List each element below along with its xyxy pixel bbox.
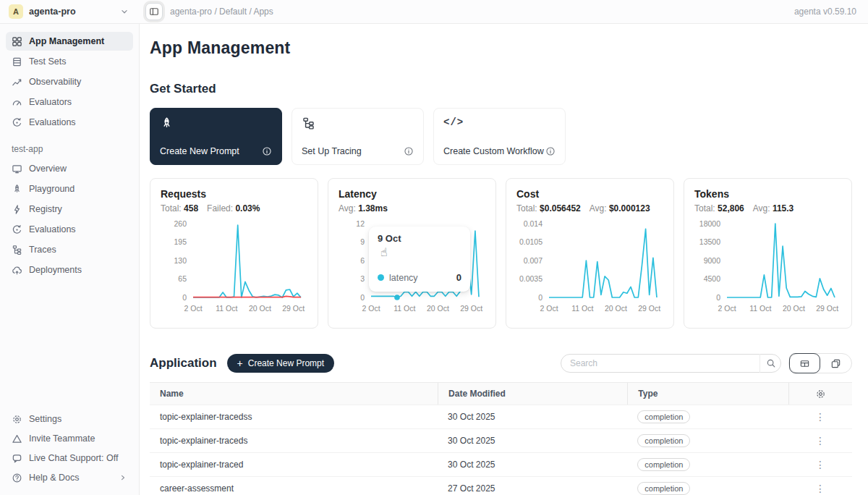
svg-text:11 Oct: 11 Oct	[571, 304, 593, 313]
info-icon[interactable]	[262, 146, 272, 156]
svg-text:11 Oct: 11 Oct	[393, 304, 415, 313]
chart-title: Tokens	[694, 188, 841, 200]
svg-text:20 Oct: 20 Oct	[249, 304, 271, 313]
plus-icon: +	[237, 358, 243, 368]
search-icon[interactable]	[760, 354, 781, 373]
sidebar-item-evaluators[interactable]: Evaluators	[6, 93, 133, 111]
svg-text:20 Oct: 20 Oct	[605, 304, 627, 313]
code-icon: </>	[443, 117, 556, 128]
get-started-title: Get Started	[150, 82, 852, 96]
sidebar-item-label: Evaluations	[29, 117, 76, 127]
column-header-type[interactable]: Type	[627, 383, 788, 405]
svg-text:12: 12	[356, 219, 365, 228]
create-new-prompt-card[interactable]: Create New Prompt	[150, 108, 282, 165]
chart-stats: Total: 52,806 Avg: 115.3	[694, 203, 841, 213]
cost-chart[interactable]: 00.00350.0070.01050.0142 Oct11 Oct20 Oct…	[516, 217, 663, 317]
sidebar-item-overview[interactable]: Overview	[6, 159, 133, 178]
sidebar-item-invite-teammate[interactable]: Invite Teammate	[6, 429, 133, 448]
application-tools	[561, 353, 852, 373]
info-icon[interactable]	[404, 146, 414, 156]
sidebar-item-label: Live Chat Support: Off	[29, 453, 118, 463]
tracing-tree-icon	[302, 117, 414, 130]
svg-text:0.0035: 0.0035	[519, 274, 542, 283]
app-name: topic-explainer-tracedss	[150, 412, 438, 422]
get-started-cards: Create New Prompt Set Up Tracing </> Cre…	[150, 108, 852, 165]
type-badge: completion	[637, 434, 690, 447]
sidebar-item-registry[interactable]: Registry	[6, 200, 133, 219]
row-menu-icon[interactable]: ⋮	[815, 412, 825, 422]
card-view-button[interactable]	[820, 353, 851, 373]
tokens-chart[interactable]: 04500900013500180002 Oct11 Oct20 Oct29 O…	[694, 217, 841, 317]
application-title: Application	[150, 356, 217, 371]
table-rows-icon	[12, 56, 22, 67]
type-badge: completion	[637, 458, 690, 471]
chart-title: Cost	[516, 188, 663, 200]
metrics-cards: Requests Total: 458 Failed: 0.03% 065130…	[150, 178, 852, 329]
svg-text:2 Oct: 2 Oct	[718, 304, 736, 313]
column-header-date-modified[interactable]: Date Modified	[438, 383, 627, 405]
svg-text:130: 130	[174, 256, 187, 265]
chart-title: Requests	[161, 188, 307, 200]
applications-table: Name Date Modified Type topic-explainer-…	[150, 382, 852, 495]
row-menu-icon[interactable]: ⋮	[815, 436, 825, 446]
sidebar-item-label: Evaluators	[29, 97, 72, 107]
sidebar-item-app-evaluations[interactable]: Evaluations	[6, 220, 133, 239]
app-date-modified: 30 Oct 2025	[438, 460, 627, 470]
sidebar-item-live-chat[interactable]: Live Chat Support: Off	[6, 449, 133, 468]
svg-text:18000: 18000	[699, 219, 720, 228]
table-row[interactable]: topic-explainer-tracedss 30 Oct 2025 com…	[150, 405, 852, 428]
sidebar-toggle-button[interactable]	[145, 3, 163, 20]
chart-stats: Total: $0.056452 Avg: $0.000123	[516, 203, 663, 213]
monitor-icon	[12, 164, 22, 174]
row-menu-icon[interactable]: ⋮	[815, 483, 825, 494]
svg-text:0: 0	[360, 293, 365, 302]
sidebar-item-deployments[interactable]: Deployments	[6, 261, 133, 279]
sidebar-item-label: Help & Docs	[29, 473, 79, 483]
create-new-prompt-button[interactable]: + Create New Prompt	[227, 354, 335, 373]
set-up-tracing-card[interactable]: Set Up Tracing	[292, 108, 424, 165]
svg-text:0: 0	[538, 293, 542, 302]
main-content: App Management Get Started Create New Pr…	[140, 24, 868, 495]
sidebar-bottom: Settings Invite Teammate Live Chat Suppo…	[0, 409, 139, 488]
sidebar-item-traces[interactable]: Traces	[6, 240, 133, 259]
svg-text:9000: 9000	[704, 256, 721, 265]
card-label: Create Custom Workflow	[443, 146, 544, 156]
search-input[interactable]	[561, 354, 781, 373]
tree-icon	[12, 245, 22, 255]
table-row[interactable]: career-assessment 27 Oct 2025 completion…	[150, 476, 852, 495]
latency-chart-card: Latency Avg: 1.38ms 0369122 Oct11 Oct20 …	[328, 178, 496, 329]
sidebar-item-observability[interactable]: Observability	[6, 72, 133, 91]
sidebar-item-settings[interactable]: Settings	[6, 410, 133, 428]
sidebar-item-evaluations[interactable]: Evaluations	[6, 113, 133, 132]
page-title: App Management	[150, 38, 852, 58]
svg-text:195: 195	[174, 237, 187, 246]
row-menu-icon[interactable]: ⋮	[815, 460, 825, 470]
sidebar-item-app-management[interactable]: App Management	[6, 32, 133, 51]
sidebar-group-label: test-app	[12, 144, 139, 154]
version-label: agenta v0.59.10	[794, 7, 868, 17]
column-header-name[interactable]: Name	[150, 389, 438, 399]
svg-text:3: 3	[360, 274, 365, 283]
svg-text:0: 0	[182, 293, 187, 302]
app-name: topic-explainer-traced	[150, 460, 438, 470]
sidebar-item-test-sets[interactable]: Test Sets	[6, 52, 133, 71]
breadcrumb-zone: agenta-pro / Default / Apps	[140, 3, 273, 20]
create-custom-workflow-card[interactable]: </> Create Custom Workflow	[433, 108, 566, 165]
breadcrumb[interactable]: agenta-pro / Default / Apps	[170, 7, 273, 17]
table-settings-gear-icon[interactable]	[815, 389, 826, 399]
chart-tooltip: 9 Oct ☝ latency 0	[369, 227, 470, 292]
chevron-down-icon	[119, 7, 129, 17]
sidebar-item-label: Invite Teammate	[29, 433, 95, 444]
info-icon[interactable]	[545, 146, 556, 156]
sidebar-item-label: Evaluations	[29, 224, 76, 234]
workspace-selector[interactable]: A agenta-pro	[0, 4, 140, 19]
hand-cursor-icon: ☝	[380, 245, 388, 259]
sidebar-item-playground[interactable]: Playground	[6, 179, 133, 198]
table-view-button[interactable]	[789, 353, 820, 373]
requests-chart[interactable]: 0651301952602 Oct11 Oct20 Oct29 Oct	[161, 217, 307, 317]
table-row[interactable]: topic-explainer-traceds 30 Oct 2025 comp…	[150, 428, 852, 452]
chart-stats: Avg: 1.38ms	[339, 203, 485, 213]
sidebar-item-help-docs[interactable]: Help & Docs	[6, 468, 133, 487]
table-row[interactable]: topic-explainer-traced 30 Oct 2025 compl…	[150, 452, 852, 476]
svg-text:4500: 4500	[704, 274, 721, 283]
